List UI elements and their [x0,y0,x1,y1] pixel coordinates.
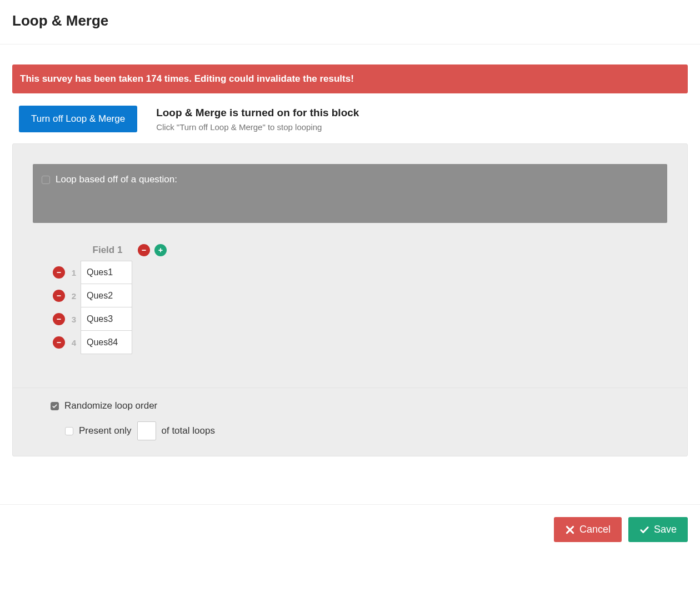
svg-rect-6 [57,342,61,343]
loop-based-question-checkbox[interactable] [42,176,50,184]
svg-rect-5 [57,319,61,320]
remove-row-button[interactable] [53,266,65,279]
cancel-label: Cancel [579,524,611,535]
field-header-row: Field 1 [46,244,655,256]
field-cell-input[interactable] [81,331,132,354]
minus-icon [56,292,62,299]
svg-rect-3 [57,272,61,273]
field-cell-input[interactable] [81,261,132,284]
minus-icon [56,316,62,322]
turn-off-loop-merge-button[interactable]: Turn off Loop & Merge [19,106,137,132]
add-field-button[interactable] [154,244,167,256]
svg-rect-0 [142,250,146,251]
table-row: 4 [45,331,655,354]
table-row: 2 [45,284,655,307]
field-cell-input[interactable] [81,284,132,307]
cancel-button[interactable]: Cancel [554,517,622,542]
fields-area: Field 1 1234 [13,239,687,388]
row-number: 4 [69,338,76,347]
close-icon [565,525,575,535]
row-controls: 3 [45,313,76,325]
warning-banner: This survey has been taken 174 times. Ed… [12,64,688,93]
row-number: 3 [69,315,76,324]
loop-based-question-label: Loop based off of a question: [56,174,177,185]
present-only-row: Present only of total loops [65,421,649,440]
minus-icon [141,247,147,254]
remove-row-button[interactable] [53,336,65,349]
toggle-subtext: Click "Turn off Loop & Merge" to stop lo… [156,122,359,132]
toggle-row: Turn off Loop & Merge Loop & Merge is tu… [12,106,688,132]
svg-rect-2 [160,248,161,252]
field-header-label: Field 1 [82,245,133,256]
dialog-body: This survey has been taken 174 times. Ed… [0,64,700,479]
field-cell-input[interactable] [81,307,132,331]
options-block: Randomize loop order Present only of tot… [13,388,687,456]
table-row: 3 [45,307,655,331]
row-number: 1 [69,268,76,277]
svg-rect-4 [57,295,61,296]
randomize-label: Randomize loop order [64,400,157,411]
randomize-checkbox[interactable] [51,402,59,410]
dialog-header: Loop & Merge [0,0,700,44]
table-row: 1 [45,261,655,284]
toggle-description: Loop & Merge is turned on for this block… [156,107,359,132]
minus-icon [56,269,62,276]
row-number: 2 [69,291,76,301]
dialog-footer: Cancel Save [0,504,700,554]
rows-container: 1234 [45,261,655,354]
loop-based-question-panel: Loop based off of a question: [33,164,667,223]
row-controls: 4 [45,336,76,349]
present-only-input[interactable] [137,421,156,440]
page-title: Loop & Merge [12,12,688,29]
randomize-row: Randomize loop order [51,400,649,411]
remove-field-button[interactable] [138,244,150,256]
save-button[interactable]: Save [628,517,688,542]
check-icon [639,525,649,535]
row-controls: 1 [45,266,76,279]
remove-row-button[interactable] [53,313,65,325]
remove-row-button[interactable] [53,290,65,302]
present-only-checkbox[interactable] [65,427,73,435]
present-only-label-pre: Present only [79,425,132,436]
present-only-label-post: of total loops [162,425,215,436]
toggle-heading: Loop & Merge is turned on for this block [156,107,359,119]
config-panel: Loop based off of a question: Field 1 12… [12,143,688,456]
save-label: Save [654,524,677,535]
minus-icon [56,339,62,346]
row-controls: 2 [45,290,76,302]
plus-icon [157,247,164,254]
check-icon [51,403,58,410]
